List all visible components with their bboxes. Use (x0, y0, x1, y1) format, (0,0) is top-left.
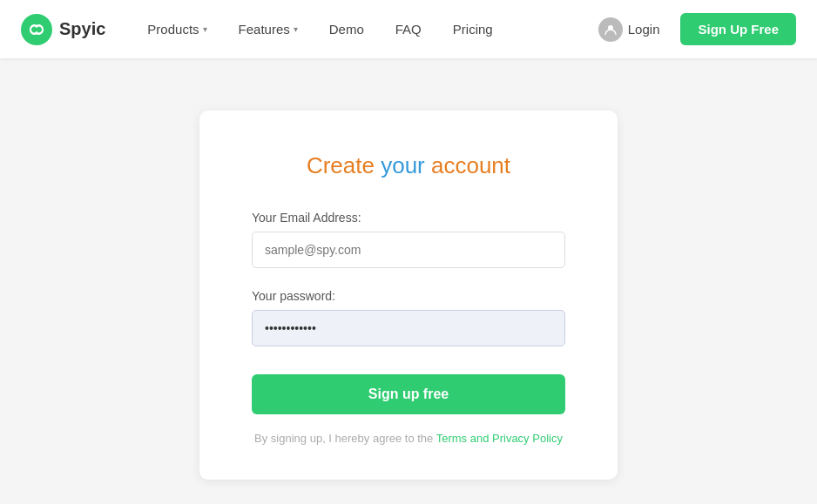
brand-name: Spyic (59, 19, 105, 39)
card-title: Create your account (252, 152, 565, 179)
password-label: Your password: (252, 289, 565, 303)
email-group: Your Email Address: (252, 211, 565, 268)
terms-link[interactable]: Terms and Privacy Policy (436, 432, 563, 445)
terms-text: By signing up, I hereby agree to the Ter… (252, 432, 565, 445)
password-input[interactable] (252, 310, 565, 346)
nav-item-products[interactable]: Products ▾ (133, 15, 220, 44)
brand-logo-link[interactable]: Spyic (21, 14, 105, 45)
spyic-logo (21, 14, 52, 45)
email-input[interactable] (252, 232, 565, 268)
nav-item-faq[interactable]: FAQ (381, 15, 436, 44)
nav-item-features[interactable]: Features ▾ (225, 15, 312, 44)
signup-card: Create your account Your Email Address: … (199, 111, 618, 480)
password-group: Your password: (252, 289, 565, 346)
login-button[interactable]: Login (588, 10, 671, 49)
svg-point-0 (21, 14, 52, 45)
nav-item-demo[interactable]: Demo (315, 15, 378, 44)
nav-item-pricing[interactable]: Pricing (439, 15, 507, 44)
main-content: Create your account Your Email Address: … (0, 58, 817, 504)
signup-button[interactable]: Sign Up Free (680, 13, 796, 45)
user-icon (598, 17, 623, 42)
chevron-down-icon: ▾ (203, 24, 207, 34)
nav-actions: Login Sign Up Free (588, 10, 796, 49)
submit-button[interactable]: Sign up free (252, 374, 565, 414)
email-label: Your Email Address: (252, 211, 565, 225)
chevron-down-icon: ▾ (294, 24, 298, 34)
nav-links: Products ▾ Features ▾ Demo FAQ Pricing (133, 15, 587, 44)
navbar: Spyic Products ▾ Features ▾ Demo FAQ Pri… (0, 0, 817, 58)
